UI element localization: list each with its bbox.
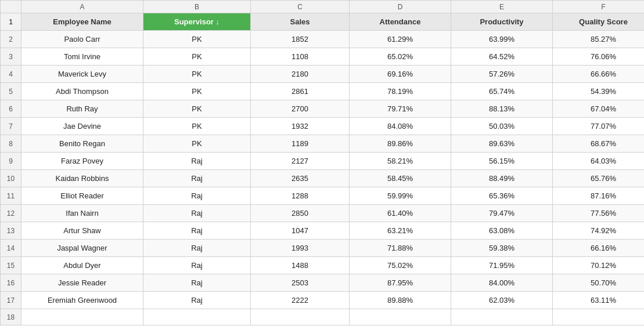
cell-name[interactable]: Ruth Ray xyxy=(21,100,143,118)
cell-name[interactable]: Jae Devine xyxy=(21,118,143,135)
cell-supervisor[interactable]: PK xyxy=(143,48,251,66)
cell-quality[interactable]: 76.06% xyxy=(553,48,645,66)
cell-sales[interactable]: 2700 xyxy=(251,100,350,118)
col-header-d[interactable]: D xyxy=(350,1,451,13)
cell-name[interactable]: Tomi Irvine xyxy=(21,48,143,66)
cell-quality[interactable]: 50.70% xyxy=(553,274,645,292)
col-header-c[interactable]: C xyxy=(251,1,350,13)
cell-name[interactable] xyxy=(21,309,143,325)
cell-name[interactable]: Jaspal Wagner xyxy=(21,240,143,257)
cell-sales[interactable]: 2180 xyxy=(251,66,350,83)
cell-quality[interactable]: 63.11% xyxy=(553,292,645,309)
cell-supervisor[interactable]: Raj xyxy=(143,187,251,205)
cell-productivity[interactable]: 71.95% xyxy=(451,257,553,274)
cell-name[interactable]: Artur Shaw xyxy=(21,222,143,240)
cell-name[interactable]: Ifan Nairn xyxy=(21,205,143,222)
cell-attendance[interactable]: 78.19% xyxy=(350,83,451,100)
col-header-a[interactable]: A xyxy=(21,1,143,13)
cell-quality[interactable]: 77.07% xyxy=(553,118,645,135)
cell-sales[interactable]: 2861 xyxy=(251,83,350,100)
header-productivity[interactable]: Productivity xyxy=(451,13,553,31)
cell-attendance[interactable]: 58.21% xyxy=(350,153,451,170)
cell-supervisor[interactable]: Raj xyxy=(143,153,251,170)
cell-name[interactable]: Maverick Levy xyxy=(21,66,143,83)
cell-supervisor[interactable]: Raj xyxy=(143,205,251,222)
cell-quality[interactable]: 66.16% xyxy=(553,240,645,257)
cell-quality[interactable]: 70.12% xyxy=(553,257,645,274)
cell-attendance[interactable]: 69.16% xyxy=(350,66,451,83)
cell-attendance[interactable]: 65.02% xyxy=(350,48,451,66)
cell-supervisor[interactable]: Raj xyxy=(143,222,251,240)
cell-name[interactable]: Benito Regan xyxy=(21,135,143,153)
cell-name[interactable]: Abdi Thompson xyxy=(21,83,143,100)
cell-sales[interactable]: 1189 xyxy=(251,135,350,153)
cell-name[interactable]: Jessie Reader xyxy=(21,274,143,292)
cell-sales[interactable]: 1932 xyxy=(251,118,350,135)
cell-quality[interactable]: 54.39% xyxy=(553,83,645,100)
col-header-f[interactable]: F xyxy=(553,1,645,13)
cell-productivity[interactable]: 88.13% xyxy=(451,100,553,118)
cell-attendance[interactable]: 61.29% xyxy=(350,31,451,48)
cell-name[interactable]: Kaidan Robbins xyxy=(21,170,143,187)
cell-attendance[interactable] xyxy=(350,309,451,325)
cell-name[interactable]: Paolo Carr xyxy=(21,31,143,48)
cell-productivity[interactable]: 64.52% xyxy=(451,48,553,66)
cell-supervisor[interactable]: Raj xyxy=(143,274,251,292)
cell-sales[interactable]: 1108 xyxy=(251,48,350,66)
cell-quality[interactable]: 65.76% xyxy=(553,170,645,187)
header-supervisor[interactable]: Supervisor ↓ xyxy=(143,13,251,31)
cell-sales[interactable]: 1993 xyxy=(251,240,350,257)
cell-attendance[interactable]: 61.40% xyxy=(350,205,451,222)
cell-productivity[interactable]: 62.03% xyxy=(451,292,553,309)
cell-supervisor[interactable]: PK xyxy=(143,83,251,100)
cell-productivity[interactable]: 59.38% xyxy=(451,240,553,257)
cell-supervisor[interactable]: PK xyxy=(143,31,251,48)
cell-attendance[interactable]: 89.88% xyxy=(350,292,451,309)
header-employee-name[interactable]: Employee Name xyxy=(21,13,143,31)
cell-quality[interactable] xyxy=(553,309,645,325)
cell-supervisor[interactable]: PK xyxy=(143,100,251,118)
cell-sales[interactable]: 2127 xyxy=(251,153,350,170)
cell-attendance[interactable]: 84.08% xyxy=(350,118,451,135)
cell-productivity[interactable]: 84.00% xyxy=(451,274,553,292)
header-attendance[interactable]: Attendance xyxy=(350,13,451,31)
header-sales[interactable]: Sales xyxy=(251,13,350,31)
cell-name[interactable]: Abdul Dyer xyxy=(21,257,143,274)
cell-productivity[interactable]: 88.49% xyxy=(451,170,553,187)
cell-sales[interactable]: 1852 xyxy=(251,31,350,48)
cell-sales[interactable]: 1288 xyxy=(251,187,350,205)
cell-supervisor[interactable]: Raj xyxy=(143,240,251,257)
cell-sales[interactable]: 2503 xyxy=(251,274,350,292)
cell-supervisor[interactable]: Raj xyxy=(143,170,251,187)
cell-attendance[interactable]: 63.21% xyxy=(350,222,451,240)
cell-productivity[interactable]: 63.08% xyxy=(451,222,553,240)
cell-supervisor[interactable]: Raj xyxy=(143,292,251,309)
cell-productivity[interactable]: 65.74% xyxy=(451,83,553,100)
cell-productivity[interactable]: 65.36% xyxy=(451,187,553,205)
cell-quality[interactable]: 66.66% xyxy=(553,66,645,83)
cell-sales[interactable]: 2222 xyxy=(251,292,350,309)
cell-attendance[interactable]: 59.99% xyxy=(350,187,451,205)
cell-productivity[interactable]: 63.99% xyxy=(451,31,553,48)
cell-quality[interactable]: 77.56% xyxy=(553,205,645,222)
cell-name[interactable]: Elliot Reader xyxy=(21,187,143,205)
cell-sales[interactable]: 2635 xyxy=(251,170,350,187)
cell-productivity[interactable]: 57.26% xyxy=(451,66,553,83)
cell-attendance[interactable]: 79.71% xyxy=(350,100,451,118)
cell-supervisor[interactable] xyxy=(143,309,251,325)
cell-quality[interactable]: 67.04% xyxy=(553,100,645,118)
cell-supervisor[interactable]: PK xyxy=(143,118,251,135)
cell-quality[interactable]: 74.92% xyxy=(553,222,645,240)
cell-supervisor[interactable]: Raj xyxy=(143,257,251,274)
cell-sales[interactable] xyxy=(251,309,350,325)
cell-sales[interactable]: 2850 xyxy=(251,205,350,222)
cell-productivity[interactable]: 89.63% xyxy=(451,135,553,153)
cell-supervisor[interactable]: PK xyxy=(143,66,251,83)
cell-productivity[interactable] xyxy=(451,309,553,325)
cell-attendance[interactable]: 58.45% xyxy=(350,170,451,187)
cell-name[interactable]: Faraz Povey xyxy=(21,153,143,170)
cell-productivity[interactable]: 50.03% xyxy=(451,118,553,135)
col-header-b[interactable]: B xyxy=(143,1,251,13)
header-quality-score[interactable]: Quality Score xyxy=(553,13,645,31)
cell-quality[interactable]: 87.16% xyxy=(553,187,645,205)
